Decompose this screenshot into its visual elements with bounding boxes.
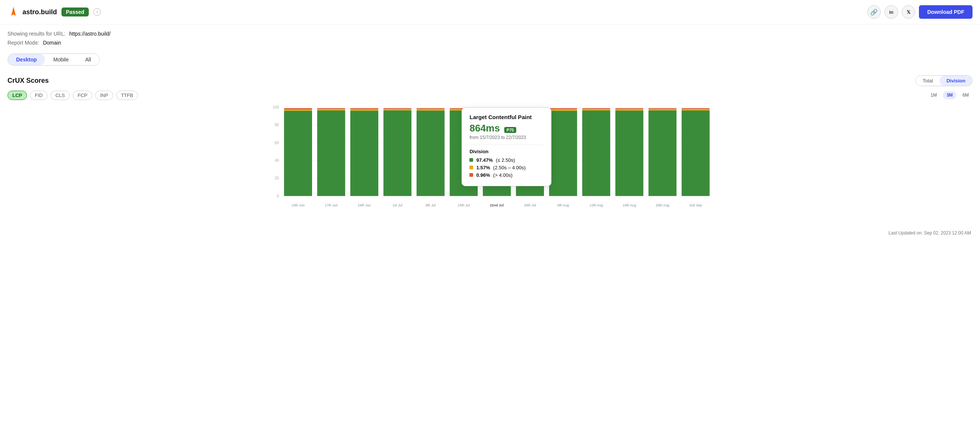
device-tab-group: Desktop Mobile All [8, 54, 100, 65]
view-toggle-group: Total Division [916, 75, 972, 86]
svg-rect-43 [516, 109, 544, 111]
svg-text:24th Jun: 24th Jun [358, 203, 371, 207]
svg-rect-27 [383, 109, 412, 110]
link-icon-btn[interactable]: 🔗 [867, 5, 881, 19]
bar-chart: 0 20 40 60 80 100 10th Jun 17th Jun 24th… [8, 104, 972, 220]
svg-text:2nd Sep: 2nd Sep [689, 203, 702, 207]
metric-tab-cls[interactable]: CLS [51, 91, 70, 100]
svg-rect-51 [582, 109, 610, 110]
svg-text:80: 80 [275, 123, 279, 127]
svg-rect-44 [516, 111, 544, 196]
metric-tab-fcp[interactable]: FCP [73, 91, 92, 100]
svg-text:8th Jul: 8th Jul [426, 203, 436, 207]
download-pdf-button[interactable]: Download PDF [919, 5, 972, 19]
url-value: https://astro.build/ [69, 31, 111, 37]
logo-text: astro.build [22, 8, 57, 16]
svg-rect-58 [649, 108, 676, 109]
svg-text:100: 100 [273, 105, 279, 109]
svg-rect-54 [616, 108, 644, 109]
svg-rect-42 [516, 108, 544, 109]
svg-text:0: 0 [277, 194, 279, 198]
section-title: CrUX Scores [8, 77, 49, 85]
last-updated: Last Updated on: Sep 02, 2023 12:00 AM [889, 230, 971, 235]
meta-info: Showing results for URL: https://astro.b… [0, 24, 980, 50]
header: astro.build Passed i 🔗 in 𝕏 Download PDF [0, 0, 980, 24]
metric-tabs-row: LCP FID CLS FCP INP TTFB 1M 3M 6M [0, 88, 980, 104]
time-tab-group: 1M 3M 6M [927, 91, 972, 99]
svg-marker-1 [11, 7, 13, 16]
device-tabs: Desktop Mobile All [0, 50, 980, 72]
svg-rect-19 [317, 109, 345, 110]
svg-rect-60 [649, 110, 676, 195]
linkedin-icon-btn[interactable]: in [885, 5, 898, 19]
metric-tab-fid[interactable]: FID [30, 91, 48, 100]
time-tab-1m[interactable]: 1M [927, 91, 941, 99]
svg-text:19th Aug: 19th Aug [623, 203, 636, 207]
svg-rect-39 [483, 109, 511, 111]
toggle-total[interactable]: Total [916, 76, 940, 86]
time-tab-6m[interactable]: 6M [959, 91, 972, 99]
logo: astro.build [8, 6, 57, 18]
svg-rect-48 [549, 111, 577, 195]
tab-mobile[interactable]: Mobile [45, 54, 77, 65]
svg-text:10th Jun: 10th Jun [291, 203, 305, 207]
svg-rect-32 [417, 111, 445, 196]
svg-rect-22 [350, 108, 379, 109]
svg-rect-62 [682, 108, 710, 109]
svg-text:12th Aug: 12th Aug [590, 203, 603, 207]
url-label: Showing results for URL: [8, 31, 65, 37]
svg-rect-15 [284, 110, 312, 111]
svg-rect-52 [582, 111, 610, 196]
svg-rect-34 [450, 108, 478, 109]
svg-rect-63 [682, 109, 710, 110]
chart-area: 0 20 40 60 80 100 10th Jun 17th Jun 24th… [0, 104, 980, 227]
svg-rect-64 [682, 111, 710, 196]
svg-text:40: 40 [275, 159, 279, 162]
svg-rect-18 [317, 108, 345, 109]
svg-rect-38 [483, 108, 511, 109]
svg-text:1st Jul: 1st Jul [393, 203, 402, 207]
svg-text:17th Jun: 17th Jun [325, 203, 338, 207]
footer: Last Updated on: Sep 02, 2023 12:00 AM [0, 227, 980, 239]
astro-logo-icon [8, 6, 19, 18]
tab-all[interactable]: All [77, 54, 99, 65]
svg-rect-50 [582, 108, 610, 109]
svg-rect-47 [549, 109, 577, 111]
svg-rect-20 [317, 111, 345, 196]
metric-tab-inp[interactable]: INP [95, 91, 113, 100]
svg-rect-24 [350, 111, 379, 196]
section-header: CrUX Scores Total Division [0, 72, 980, 88]
metric-tab-group: LCP FID CLS FCP INP TTFB [8, 91, 138, 100]
svg-text:26th Aug: 26th Aug [655, 203, 669, 207]
svg-rect-40 [483, 111, 511, 196]
mode-value: Domain [43, 40, 61, 46]
svg-rect-46 [549, 108, 577, 109]
svg-rect-55 [616, 109, 644, 111]
tab-desktop[interactable]: Desktop [8, 54, 45, 65]
svg-rect-31 [417, 109, 445, 111]
info-icon[interactable]: i [93, 8, 101, 16]
svg-text:22nd Jul: 22nd Jul [490, 203, 504, 207]
mode-label: Report Mode: [8, 40, 39, 46]
svg-rect-36 [450, 111, 478, 196]
svg-rect-23 [350, 109, 379, 111]
header-actions: 🔗 in 𝕏 Download PDF [867, 5, 972, 19]
svg-text:20: 20 [275, 176, 279, 180]
svg-text:60: 60 [275, 140, 279, 145]
metric-tab-ttfb[interactable]: TTFB [116, 91, 138, 100]
svg-rect-26 [383, 108, 412, 109]
svg-text:29th Jul: 29th Jul [524, 203, 536, 207]
svg-rect-28 [383, 110, 412, 195]
chart-wrapper: 0 20 40 60 80 100 10th Jun 17th Jun 24th… [8, 104, 972, 220]
time-tab-3m[interactable]: 3M [943, 91, 957, 99]
metric-tab-lcp[interactable]: LCP [8, 91, 27, 100]
svg-text:15th Jul: 15th Jul [458, 203, 470, 207]
svg-rect-59 [649, 109, 676, 110]
svg-text:5th Aug: 5th Aug [557, 203, 569, 207]
twitter-icon-btn[interactable]: 𝕏 [902, 5, 915, 19]
svg-rect-35 [450, 109, 478, 110]
toggle-division[interactable]: Division [940, 76, 972, 86]
svg-rect-56 [616, 111, 644, 196]
svg-rect-30 [417, 108, 445, 109]
svg-rect-16 [284, 111, 312, 195]
